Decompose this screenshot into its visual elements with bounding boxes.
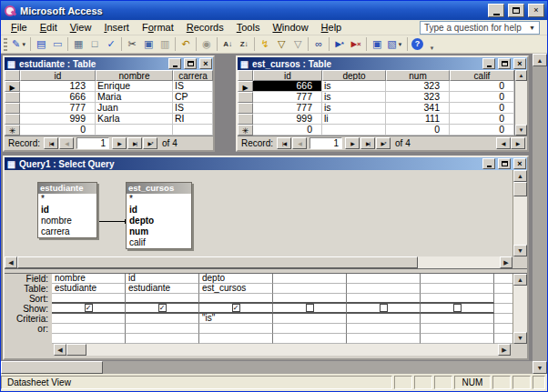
scroll-right-icon[interactable]: ▶ [498,344,511,356]
menu-format[interactable]: Format [136,21,180,34]
toolbar-options-icon[interactable]: ▼ [428,36,437,53]
grid-cell-criteria[interactable] [52,314,126,324]
data-cell[interactable]: 341 [386,103,450,114]
data-cell[interactable]: 123 [20,81,96,92]
data-cell[interactable]: Juan [96,103,173,114]
field-item-id[interactable]: id [127,205,191,216]
help-question-box[interactable]: Type a question for help ▼ [420,21,540,35]
maximize-button[interactable] [184,58,197,69]
grid-cell-or[interactable] [273,324,347,334]
data-cell[interactable]: 999 [253,114,322,125]
new-record-selector[interactable]: ✳ [238,125,253,136]
undo-button[interactable]: ↶ [178,36,194,53]
grid-cell-field[interactable]: depto [199,274,273,284]
next-record-button[interactable]: ▶ [345,137,360,149]
data-cell[interactable]: Enrique [96,81,173,92]
grid-cell-field[interactable] [421,274,494,284]
workspace-vertical-scrollbar[interactable]: ▲ ▼ [533,54,547,374]
column-header-num[interactable]: num [386,70,450,81]
data-cell[interactable]: 111 [386,114,450,125]
grid-vertical-scrollbar[interactable]: ▲ ▼ [512,274,527,344]
grid-cell-field[interactable] [273,274,347,284]
grid-cell-show[interactable]: ✓ [199,304,273,314]
scroll-right-icon[interactable]: ▶ [511,137,525,149]
minimize-button[interactable] [482,158,495,169]
close-button[interactable]: × [528,4,544,17]
diagram-vertical-scrollbar[interactable]: ▲ ▼ [512,170,527,256]
grid-cell-show[interactable] [273,304,347,314]
grid-cell-or[interactable] [421,324,494,334]
checkbox-checked[interactable]: ✓ [232,304,240,312]
menu-records[interactable]: Records [180,21,230,34]
copy-button[interactable]: ▣ [140,36,157,53]
sort-ascending-button[interactable]: A↓ [219,36,236,53]
data-cell[interactable] [173,125,213,136]
grid-cell-field[interactable] [347,274,421,284]
cut-button[interactable]: ✂ [124,36,140,53]
new-record-button[interactable]: ▶* [143,137,157,149]
print-button[interactable]: ▦ [70,36,86,53]
scrollbar-track[interactable] [86,344,498,356]
maximize-button[interactable] [498,58,511,69]
grid-cell-or[interactable] [126,324,199,334]
data-cell[interactable]: 999 [20,114,96,125]
scroll-left-icon[interactable]: ◀ [5,256,17,268]
filter-by-form-button[interactable]: ▽ [273,36,289,53]
data-cell[interactable]: 777 [20,103,96,114]
data-cell[interactable]: is [322,81,386,92]
grid-cell-show[interactable]: ✓ [52,304,126,314]
first-record-button[interactable]: |◀ [277,137,291,149]
chevron-down-icon[interactable]: ▼ [398,42,403,47]
grid-cell-criteria[interactable] [126,314,199,324]
chevron-down-icon[interactable]: ▼ [522,22,539,34]
grid-cell-criteria[interactable] [421,314,494,324]
grid-cell-table[interactable]: estudiante [126,284,199,294]
row-selector[interactable] [238,114,253,125]
grid-cell-blank[interactable] [126,334,199,344]
checkbox-checked[interactable]: ✓ [158,304,167,312]
scrollbar-thumb[interactable] [1,361,103,374]
grid-cell-table[interactable] [273,284,347,294]
data-cell[interactable]: 0 [20,125,96,136]
checkbox-unchecked[interactable] [380,304,388,312]
column-header-depto[interactable]: depto [322,70,386,81]
minimize-button[interactable] [488,4,504,17]
grid-cell-show[interactable]: ✓ [126,304,199,314]
checkbox-unchecked[interactable] [453,304,462,312]
checkbox-unchecked[interactable] [306,304,314,312]
data-cell[interactable]: 0 [253,125,322,136]
print-preview-button[interactable]: □ [86,36,103,53]
data-cell[interactable]: 0 [450,92,514,103]
scroll-left-icon[interactable]: ◀ [496,137,511,149]
field-list-title[interactable]: est_cursos [127,183,191,194]
data-cell[interactable]: CP [173,92,213,103]
column-header-calif[interactable]: calif [450,70,514,81]
minimize-button[interactable] [168,58,181,69]
column-header-id[interactable]: id [253,70,322,81]
menu-file[interactable]: File [5,21,34,34]
data-cell[interactable]: 777 [253,92,322,103]
field-item-calif[interactable]: calif [127,237,191,248]
menu-tools[interactable]: Tools [230,21,267,34]
data-cell[interactable]: 0 [450,103,514,114]
apply-filter-button[interactable]: ▽ [289,36,306,53]
filter-by-selection-button[interactable]: ↯ [257,36,273,53]
file-search-button[interactable]: ▭ [49,36,66,53]
row-selector[interactable]: ▶ [238,81,253,92]
data-cell[interactable]: Maria [96,92,173,103]
row-selector[interactable] [238,103,253,114]
scroll-up-icon[interactable]: ▲ [515,70,527,81]
restore-button[interactable] [508,4,524,17]
grid-cell-or[interactable] [199,324,273,334]
sort-descending-button[interactable]: Z↓ [236,36,252,53]
next-record-button[interactable]: ▶ [112,137,127,149]
grid-cell-field[interactable]: id [126,274,199,284]
field-item-star[interactable]: * [127,194,191,205]
data-cell[interactable]: 0 [450,81,514,92]
scroll-down-icon[interactable]: ▼ [513,245,527,256]
join-line[interactable] [97,221,126,222]
previous-record-button[interactable]: ◀ [292,137,307,149]
previous-record-button[interactable]: ◀ [59,137,74,149]
first-record-button[interactable]: |◀ [44,137,58,149]
last-record-button[interactable]: ▶| [360,137,375,149]
